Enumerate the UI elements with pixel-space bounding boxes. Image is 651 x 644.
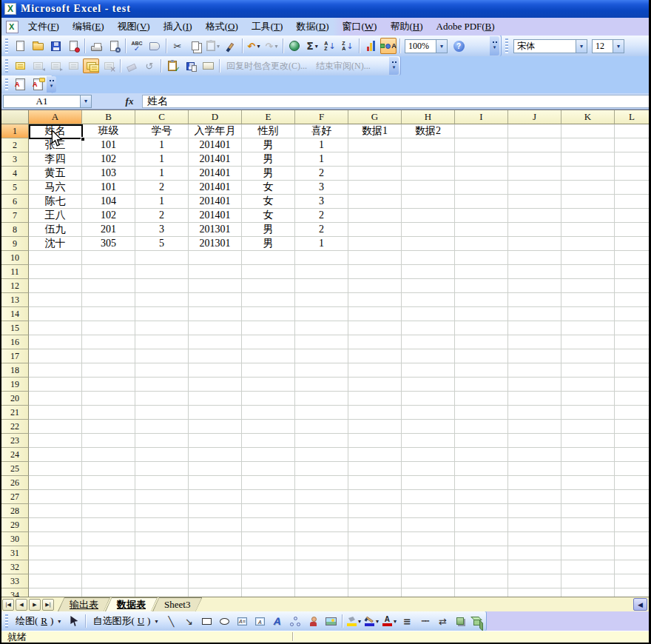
cell-H15[interactable] [402, 321, 455, 335]
cell-I23[interactable] [455, 434, 508, 448]
cell-L7[interactable] [615, 209, 649, 223]
print-preview-icon[interactable] [106, 38, 122, 54]
cell-J9[interactable] [508, 237, 561, 251]
cell-K30[interactable] [561, 532, 615, 546]
cell-H34[interactable] [402, 588, 455, 597]
insert-clipart-icon[interactable] [305, 614, 321, 628]
cell-I27[interactable] [455, 490, 508, 504]
insert-function-button[interactable]: fx [117, 95, 142, 108]
cell-L23[interactable] [615, 434, 649, 448]
cell-F5[interactable]: 3 [295, 181, 348, 195]
cell-C2[interactable]: 1 [135, 138, 189, 152]
cell-D4[interactable]: 201401 [189, 167, 242, 181]
cell-E18[interactable] [242, 363, 295, 378]
cell-L20[interactable] [615, 392, 649, 406]
cell-D33[interactable] [189, 574, 242, 588]
cell-F7[interactable]: 2 [295, 209, 348, 223]
arrow-icon[interactable]: ↘ [181, 614, 197, 628]
cell-L8[interactable] [615, 223, 649, 237]
cell-H27[interactable] [402, 490, 455, 504]
row-header-13[interactable]: 13 [1, 293, 29, 307]
row-header-28[interactable]: 28 [1, 504, 29, 518]
cell-D17[interactable] [189, 349, 242, 363]
dash-style-icon[interactable]: ┅┅ [416, 614, 433, 628]
cell-C24[interactable] [135, 448, 189, 462]
cell-L2[interactable] [615, 138, 649, 152]
cell-C20[interactable] [135, 392, 189, 406]
print-icon[interactable] [88, 38, 104, 54]
cell-L15[interactable] [615, 321, 649, 335]
update-file-icon[interactable]: ✓ [164, 58, 181, 73]
insert-diagram-icon[interactable] [287, 614, 303, 628]
cell-F3[interactable]: 1 [295, 152, 348, 167]
cell-H13[interactable] [402, 293, 455, 307]
select-all-corner[interactable] [1, 110, 29, 124]
cell-J13[interactable] [508, 293, 561, 307]
cell-D23[interactable] [189, 434, 242, 448]
cell-H29[interactable] [402, 518, 455, 532]
font-color-dropdown-arrow[interactable]: ▾ [394, 618, 397, 625]
cell-J1[interactable] [508, 124, 561, 138]
cell-B6[interactable]: 104 [82, 195, 135, 209]
cell-E22[interactable] [242, 420, 295, 434]
cell-J17[interactable] [508, 349, 561, 363]
cell-E5[interactable]: 女 [242, 181, 295, 195]
cell-A13[interactable] [29, 293, 82, 307]
cell-G33[interactable] [348, 574, 402, 588]
cell-E16[interactable] [242, 335, 295, 349]
cell-E26[interactable] [242, 476, 295, 490]
next-sheet-button[interactable]: ▶ [29, 599, 41, 611]
cell-F31[interactable] [295, 546, 348, 560]
cell-G21[interactable] [348, 406, 402, 420]
menu-item-f[interactable]: 文件(F) [21, 18, 66, 36]
cell-K1[interactable] [561, 124, 615, 138]
cell-J12[interactable] [508, 279, 561, 293]
cell-L27[interactable] [615, 490, 649, 504]
cell-H24[interactable] [402, 448, 455, 462]
cell-L14[interactable] [615, 307, 649, 321]
sort-ascending-icon[interactable]: AZ↓ [322, 38, 338, 54]
reply-with-changes-button[interactable]: 回复时包含更改(C)... [222, 60, 311, 73]
cell-B31[interactable] [82, 546, 135, 560]
cell-A20[interactable] [29, 392, 82, 406]
cell-H7[interactable] [402, 209, 455, 223]
cell-C13[interactable] [135, 293, 189, 307]
cell-G4[interactable] [348, 167, 402, 181]
cell-B7[interactable]: 102 [82, 209, 135, 223]
cell-B12[interactable] [82, 279, 135, 293]
cell-B27[interactable] [82, 490, 135, 504]
cell-D3[interactable]: 201401 [189, 152, 242, 167]
cell-K15[interactable] [561, 321, 615, 335]
cell-A32[interactable] [29, 560, 82, 574]
cell-A27[interactable] [29, 490, 82, 504]
arrow-style-icon[interactable]: ⇄ [434, 614, 451, 628]
cell-I26[interactable] [455, 476, 508, 490]
cell-H22[interactable] [402, 420, 455, 434]
cell-K17[interactable] [561, 349, 615, 363]
cell-D8[interactable]: 201301 [189, 223, 242, 237]
redo-icon[interactable]: ↷▾ [263, 38, 280, 54]
fill-color-dropdown-arrow[interactable]: ▾ [358, 618, 361, 625]
cell-F2[interactable]: 1 [295, 138, 348, 152]
line-color-icon[interactable]: ▾ [363, 614, 380, 628]
end-review-button[interactable]: 结束审阅(N)... [311, 60, 375, 73]
cell-I15[interactable] [455, 321, 508, 335]
undo-review-icon[interactable]: ↺ [141, 58, 158, 73]
cell-H2[interactable] [402, 138, 455, 152]
cell-F19[interactable] [295, 378, 348, 392]
cell-K14[interactable] [561, 307, 615, 321]
cell-C15[interactable] [135, 321, 189, 335]
cell-A14[interactable] [29, 307, 82, 321]
cell-G1[interactable]: 数据1 [348, 124, 402, 138]
cell-J6[interactable] [508, 195, 561, 209]
cell-F12[interactable] [295, 279, 348, 293]
cell-L6[interactable] [615, 195, 649, 209]
cell-I5[interactable] [455, 181, 508, 195]
cell-A24[interactable] [29, 448, 82, 462]
cell-C26[interactable] [135, 476, 189, 490]
cell-D13[interactable] [189, 293, 242, 307]
cell-K31[interactable] [561, 546, 615, 560]
convert-to-pdf-icon[interactable]: A [12, 77, 28, 92]
cell-I30[interactable] [455, 532, 508, 546]
cell-B26[interactable] [82, 476, 135, 490]
